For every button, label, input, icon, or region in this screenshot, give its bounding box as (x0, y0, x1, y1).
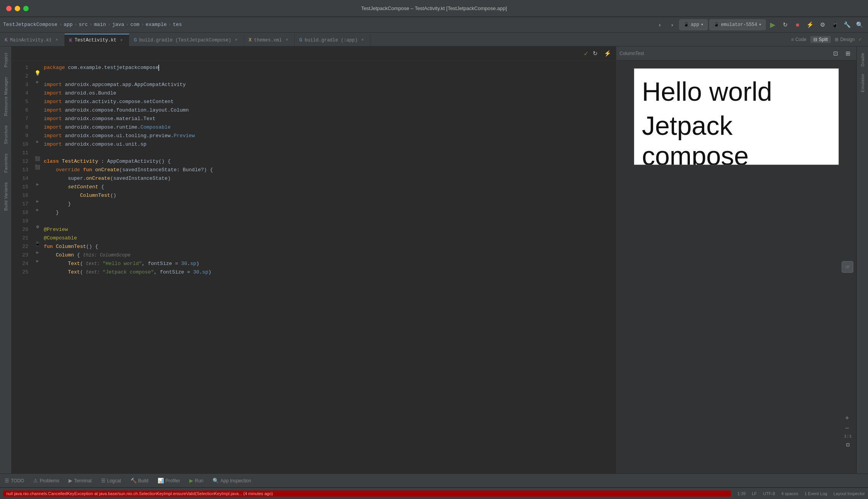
breadcrumb-item-3[interactable]: main (94, 22, 106, 28)
gutter-10-fold[interactable]: ▶ (33, 137, 42, 146)
settings-button[interactable]: ⚙ (817, 19, 828, 30)
window-title: TestJetpackCompose – TestActivity.kt [Te… (361, 5, 507, 11)
device-selector[interactable]: 📱 emulator-5554 ▾ (709, 19, 766, 30)
close-button[interactable] (6, 6, 12, 11)
app-inspection-tool[interactable]: 🔍 App Inspection (211, 474, 252, 487)
minimize-button[interactable] (15, 6, 20, 11)
preview-zoom-fit-button[interactable]: ⊡ (830, 48, 841, 59)
event-log[interactable]: 1 Event Log (805, 491, 827, 496)
tab-buildgradle-app[interactable]: G build.gradle (:app) × (295, 34, 371, 46)
breadcrumb-item-1[interactable]: app (63, 22, 72, 28)
code-view-button[interactable]: ≡ Code (788, 36, 810, 43)
profiler-icon: 📊 (158, 478, 164, 484)
gutter-23-fold[interactable]: ▶ (33, 248, 42, 256)
zoom-fit-button[interactable]: ⊡ (842, 439, 853, 450)
breadcrumb-item-0[interactable]: TestJetpackCompose (3, 22, 57, 28)
indent[interactable]: 4 spaces (781, 491, 798, 496)
breadcrumb-item-4[interactable]: java (112, 22, 124, 28)
gutter-17-fold[interactable]: ▶ (33, 197, 42, 205)
line-20: @Preview (44, 225, 616, 234)
refresh-button[interactable]: ↻ (780, 19, 791, 30)
maximize-button[interactable] (23, 6, 29, 11)
code-content[interactable]: package com.example.testjetpackcompose i… (42, 60, 616, 473)
encoding[interactable]: UTF-8 (763, 491, 775, 496)
profiler-label: Profiler (165, 478, 180, 484)
sidebar-item-project[interactable]: Project (3, 50, 8, 71)
cursor-position[interactable]: 1:39 (737, 491, 745, 496)
tab-testactivity[interactable]: K TestActivity.kt × (65, 34, 129, 46)
breadcrumb-item-5[interactable]: com (130, 22, 139, 28)
nav-back-button[interactable]: ‹ (654, 19, 665, 30)
split-view-button[interactable]: ⊟ Split (810, 36, 831, 43)
logcat-tool[interactable]: ☰ Logcat (99, 474, 123, 487)
gutter-bulb[interactable]: 💡 (33, 69, 42, 77)
tabbar: K MainActivity.kt × K TestActivity.kt × … (0, 33, 868, 46)
search-button[interactable]: 🔍 (854, 19, 865, 30)
sidebar-item-resource-manager[interactable]: Resource Manager (3, 74, 8, 119)
app-inspection-icon: 🔍 (213, 478, 219, 484)
line-7: import androidx.compose.material.Text (44, 115, 616, 123)
tab-themes-close[interactable]: × (284, 38, 290, 43)
sidebar-item-build-variants[interactable]: Build Variants (3, 179, 8, 214)
line-15: setContent { (44, 183, 616, 191)
problems-tool[interactable]: ⚠ Problems (32, 474, 61, 487)
build-target-selector[interactable]: 📱 app ▾ (679, 19, 708, 30)
sidebar-item-favorites[interactable]: Favorites (3, 150, 8, 176)
interactive-mode-button[interactable]: ⚡ (602, 48, 613, 59)
event-log-label: Event Log (808, 491, 827, 496)
refresh-preview-button[interactable]: ↻ (590, 48, 600, 59)
build-tool[interactable]: 🔨 Build (129, 474, 150, 487)
tab-mainactivity-close[interactable]: × (54, 38, 60, 43)
avd-manager-button[interactable]: 📱 (829, 19, 840, 30)
gutter-3-fold[interactable]: ▶ (33, 77, 42, 86)
tab-buildgradle-app-close[interactable]: × (360, 38, 365, 43)
line-22: fun ColumnTest() { (44, 243, 616, 251)
tab-testactivity-close[interactable]: × (119, 38, 124, 43)
design-view-icon: ⊞ (835, 37, 839, 42)
sidebar-item-structure[interactable]: Structure (3, 122, 8, 147)
gutter-19 (33, 214, 42, 222)
gutter-8 (33, 120, 42, 129)
gutter-13-run[interactable]: ⬛ (33, 163, 42, 171)
gutter-20-gear[interactable]: ⚙ (33, 222, 42, 231)
gutter-24-fold[interactable]: ▶ (33, 256, 42, 265)
gutter-1 (33, 60, 42, 69)
tab-testactivity-label: TestActivity.kt (75, 38, 117, 43)
breadcrumb-item-7[interactable]: tes (173, 22, 182, 28)
tab-themes[interactable]: X themes.xml × (244, 34, 295, 46)
tab-mainactivity[interactable]: K MainActivity.kt × (0, 34, 65, 46)
tab-buildgradle-close[interactable]: × (233, 38, 239, 43)
run-app-button[interactable]: ▶ (767, 19, 778, 30)
sync-button[interactable]: ⚡ (805, 19, 815, 30)
sdk-manager-button[interactable]: 🔧 (842, 19, 853, 30)
gutter-15-fold[interactable]: ▶ (33, 180, 42, 188)
terminal-tool[interactable]: ▶ Terminal (67, 474, 93, 487)
preview-content: Hello world Jetpack compose ☞ + − 1:1 ⊡ (616, 60, 856, 473)
run-tool[interactable]: ▶ Run (188, 474, 205, 487)
todo-tool[interactable]: ☰ TODO (3, 474, 26, 487)
gutter-18-fold[interactable]: ▶ (33, 205, 42, 214)
cursor-tool-button[interactable]: ☞ (842, 261, 853, 273)
design-check-icon: ✓ (859, 36, 862, 43)
zoom-out-button[interactable]: − (842, 424, 852, 433)
line-ending[interactable]: LF (752, 491, 757, 496)
breadcrumb-item-6[interactable]: example (146, 22, 167, 28)
profiler-tool[interactable]: 📊 Profiler (156, 474, 182, 487)
nav-forward-button[interactable]: › (667, 19, 678, 30)
tab-buildgradle[interactable]: G build.gradle (TestJetpackCompose) × (129, 34, 244, 46)
preview-fullscreen-button[interactable]: ⊞ (842, 48, 853, 59)
layout-inspector-label[interactable]: Layout Inspector (834, 491, 865, 496)
gutter-12-class: ⬛ (33, 154, 42, 163)
line-25: Text( text: "Jetpack compose", fontSize … (44, 268, 616, 277)
navbar: TestJetpackCompose › app › src › main › … (0, 17, 868, 33)
gutter-25 (33, 265, 42, 274)
line-6: import androidx.compose.foundation.layou… (44, 106, 616, 115)
zoom-controls: + − 1:1 ⊡ (842, 414, 853, 450)
status-right: 1:39 LF UTF-8 4 spaces 1 Event Log Layou… (737, 491, 865, 496)
sidebar-item-gradle[interactable]: Gradle (860, 50, 865, 70)
stop-button[interactable]: ■ (792, 19, 803, 30)
breadcrumb-item-2[interactable]: src (79, 22, 87, 28)
zoom-in-button[interactable]: + (842, 414, 852, 423)
design-view-button[interactable]: ⊞ Design (832, 36, 858, 43)
sidebar-item-emulator[interactable]: Emulator (860, 71, 865, 95)
